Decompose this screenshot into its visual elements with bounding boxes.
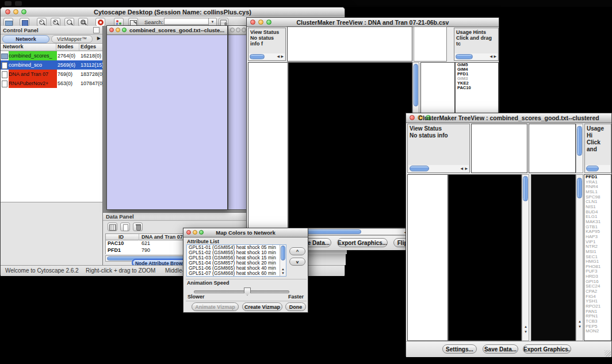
treeview2-view-status: View StatusNo status info ◀▶ — [407, 124, 470, 173]
network-row[interactable]: DNA and Tran 07769(0)183728(0) — [1, 70, 102, 79]
network-name[interactable]: RNAPuberNov2+ — [9, 79, 57, 88]
col-network[interactable]: Network — [3, 44, 24, 49]
treeview2-title-bar[interactable]: ClusterMaker TreeView : combined_scores_… — [406, 113, 611, 123]
edge-count: 107847(0) — [81, 79, 103, 88]
status-zoom-hint: Right-click + drag to ZOOM — [86, 267, 155, 274]
search-input[interactable] — [164, 18, 209, 25]
treeview2-column-dendrogram[interactable] — [471, 124, 527, 173]
data-col-id[interactable]: ID — [118, 234, 124, 240]
help-icon[interactable] — [95, 18, 105, 26]
col-nodes[interactable]: Nodes — [58, 44, 74, 49]
close-icon[interactable] — [109, 28, 114, 32]
edge-count: 183728(0) — [81, 70, 103, 79]
col-edges[interactable]: Edges — [81, 44, 96, 49]
network-window-back[interactable] — [228, 25, 247, 210]
network-overview-canvas[interactable] — [2, 202, 101, 265]
data-row-val[interactable]: 621 — [141, 240, 150, 246]
new-attribute-icon[interactable] — [120, 223, 130, 231]
data-row-id[interactable]: PFD1 — [108, 247, 121, 253]
treeview2-collabel-vscrollbar[interactable] — [576, 124, 583, 173]
delete-attribute-icon[interactable] — [133, 223, 143, 231]
create-vizmap-button[interactable]: Create Vizmap — [242, 302, 282, 311]
network-window-title-bar[interactable]: combined_scores_good.txt--cluste... — [107, 26, 227, 35]
move-up-button[interactable]: ^ — [289, 247, 305, 255]
network-row[interactable]: combined_scores_2764(0)16218(0) — [1, 51, 102, 60]
edge-count: 13112(15) — [81, 60, 103, 70]
zoom-selected-icon[interactable] — [64, 18, 74, 26]
float-panel-icon[interactable] — [93, 27, 100, 33]
attribute-list[interactable]: ▲▼ GPL51-01 (GSM854) heat shock 05 minGP… — [186, 244, 286, 277]
similarity-matrix-canvas[interactable] — [422, 86, 450, 115]
dense-network-canvas[interactable] — [228, 63, 247, 203]
treeview2-button-bar: Settings... Save Data... Export Graphics… — [406, 341, 611, 357]
treeview2-usage-hints: Usage HiClick and — [584, 124, 611, 173]
settings-button[interactable]: Settings... — [442, 344, 477, 354]
data-row-val[interactable]: 790 — [141, 247, 150, 253]
attribute-item[interactable]: GPL51-07 (GSM868) heat shock 60 min — [187, 271, 286, 276]
treeview2-heatmap[interactable] — [448, 174, 522, 341]
node-count: 769(0) — [58, 70, 81, 79]
folder-icon — [1, 53, 8, 59]
usage-hints-hscrollbar[interactable] — [586, 165, 610, 172]
zoom-out-icon[interactable] — [37, 18, 47, 26]
dialog-title-bar[interactable]: Map Colors to Network — [183, 228, 308, 237]
treeview2-zoom-heatmap[interactable] — [531, 174, 576, 341]
close-icon[interactable] — [230, 28, 235, 32]
row-label[interactable]: PAC10 — [456, 86, 498, 90]
export-graphics-button[interactable]: Export Graphics... — [523, 344, 571, 354]
search-label: Search: — [144, 19, 163, 25]
treeview2-column-labels[interactable] — [529, 124, 576, 173]
done-button[interactable]: Done — [285, 302, 306, 311]
treeview2-row-dendrogram[interactable] — [407, 174, 448, 341]
open-file-icon[interactable] — [3, 18, 13, 26]
export-graphics-button[interactable]: Export Graphics... — [337, 238, 388, 247]
move-down-button[interactable]: v — [289, 258, 305, 266]
network-name[interactable]: DNA and Tran 07 — [9, 70, 57, 79]
tab-vizmapper[interactable]: VizMapper™ — [51, 35, 93, 43]
treeview1-title-bar[interactable]: ClusterMaker TreeView : DNA and Tran 07-… — [247, 18, 499, 27]
animation-speed-slider[interactable] — [194, 290, 289, 293]
usage-hints-hscrollbar[interactable]: ◀▶ — [455, 53, 498, 60]
treeview2-vscrollbar[interactable]: ▲▼ — [522, 174, 529, 341]
tab-network[interactable]: Network — [2, 35, 49, 43]
network-name[interactable]: combined_sco — [9, 60, 57, 70]
treeview1-row-dendrogram[interactable] — [248, 62, 288, 228]
network-view-canvas[interactable] — [107, 35, 227, 209]
map-colors-dialog: Map Colors to Network Attribute List ▲▼ … — [183, 228, 308, 313]
treeview1-view-status: View StatusNo status info f ◀▶ — [248, 28, 286, 61]
zoom-fit-icon[interactable] — [78, 18, 88, 26]
treeview2-zoom-vscrollbar[interactable]: ▲▼ — [576, 174, 583, 341]
treeview1-column-dendrogram[interactable] — [287, 26, 412, 62]
attribute-list-label: Attribute List — [187, 239, 219, 244]
tab-overflow-icon[interactable]: ▶ — [97, 36, 101, 41]
minimize-icon[interactable] — [116, 28, 120, 32]
gene-label[interactable]: MON2 — [584, 329, 611, 334]
treeview1-column-labels[interactable] — [414, 26, 447, 62]
resize-grip[interactable] — [605, 350, 611, 357]
doc-icon — [2, 71, 7, 78]
view-status-hscrollbar[interactable]: ◀▶ — [408, 165, 469, 172]
save-data-button[interactable]: Save Data... — [483, 344, 518, 354]
network-row[interactable]: RNAPuberNov2+563(0)107847(0) — [1, 79, 102, 88]
attribute-select-icon[interactable] — [108, 223, 117, 231]
treeview2-gene-labels[interactable]: PFD1YRA1RNR4MSL1SPC98CLN1NIS1BUD4ELG1MAK… — [584, 174, 611, 341]
app-menu-icon[interactable] — [5, 1, 12, 6]
treeview1-heatmap[interactable] — [288, 62, 412, 228]
zoom-window-icon[interactable] — [242, 28, 246, 32]
zoom-in-icon[interactable] — [51, 18, 60, 26]
network-window-title: combined_scores_good.txt--cluste... — [128, 27, 226, 33]
attribute-list-vscrollbar[interactable]: ▲▼ — [280, 245, 286, 276]
menu-bar — [0, 0, 612, 7]
network-window[interactable]: combined_scores_good.txt--cluste... — [106, 25, 228, 210]
slider-thumb[interactable] — [244, 288, 251, 296]
animate-vizmap-button[interactable]: Animate Vizmap — [192, 302, 239, 311]
zoom-window-icon[interactable] — [122, 28, 127, 32]
cytoscape-title-bar[interactable]: Cytoscape Desktop (Session Name: collins… — [1, 7, 345, 17]
save-icon[interactable] — [20, 18, 29, 26]
minimize-icon[interactable] — [236, 28, 240, 32]
view-status-hscrollbar[interactable]: ◀▶ — [249, 53, 285, 60]
window-menu-icon[interactable] — [15, 1, 22, 6]
network-row[interactable]: combined_sco2569(6)13112(15) — [1, 60, 102, 70]
network-name[interactable]: combined_scores_ — [9, 51, 57, 60]
data-row-id[interactable]: PAC10 — [108, 240, 124, 246]
